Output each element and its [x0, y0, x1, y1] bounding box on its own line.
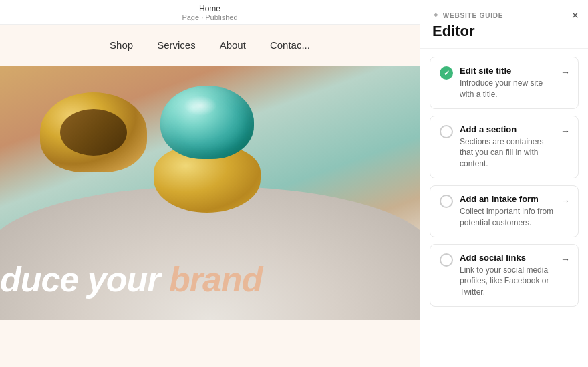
item-desc-add-section: Sections are containers that you can fil… — [460, 136, 554, 170]
arrow-edit-title: → — [561, 67, 570, 78]
item-title-add-section: Add a section — [460, 124, 554, 134]
hero-text-white: duce your — [0, 260, 169, 299]
editor-title: Editor — [432, 23, 576, 40]
uncompleted-icon-section — [440, 125, 453, 138]
guide-star-icon: ✦ — [432, 11, 440, 20]
page-title: Home — [0, 4, 420, 13]
item-content-intake-form: Add an intake form Collect important inf… — [460, 194, 554, 229]
item-desc-edit-title: Introduce your new site with a title. — [460, 78, 554, 100]
editor-panel: × ✦ WEBSITE GUIDE Editor ✓ Edit site tit… — [420, 0, 588, 367]
editor-item-edit-site-title[interactable]: ✓ Edit site title Introduce your new sit… — [430, 57, 579, 109]
close-button[interactable]: × — [571, 9, 579, 21]
preview-topbar: Home Page · Published — [0, 0, 420, 25]
editor-item-intake-form[interactable]: Add an intake form Collect important inf… — [430, 185, 579, 237]
nav-shop[interactable]: Shop — [110, 39, 133, 51]
item-desc-social-links: Link to your social media profiles, like… — [460, 265, 554, 298]
editor-item-social-links[interactable]: Add social links Link to your social med… — [430, 244, 579, 307]
item-title-social-links: Add social links — [460, 253, 554, 263]
preview-nav: Shop Services About Contac... — [0, 25, 420, 66]
website-preview: Home Page · Published Shop Services Abou… — [0, 0, 420, 367]
page-status: Page · Published — [0, 13, 420, 21]
hero-section: duce your brand — [0, 66, 420, 320]
gold-ring-left — [40, 92, 147, 186]
nav-about[interactable]: About — [220, 39, 246, 51]
editor-items-list: ✓ Edit site title Introduce your new sit… — [420, 49, 588, 315]
editor-item-add-section[interactable]: Add a section Sections are containers th… — [430, 116, 579, 178]
uncompleted-icon-social — [440, 253, 453, 267]
arrow-add-section: → — [561, 126, 570, 136]
hero-background: duce your brand — [0, 66, 420, 320]
nav-contact[interactable]: Contac... — [270, 39, 310, 51]
item-content-social-links: Add social links Link to your social med… — [460, 253, 554, 298]
arrow-intake-form: → — [561, 195, 570, 206]
item-desc-intake-form: Collect important info from potential cu… — [460, 206, 554, 229]
completed-icon: ✓ — [440, 66, 453, 80]
arrow-social-links: → — [561, 254, 570, 265]
panel-header: × ✦ WEBSITE GUIDE Editor — [420, 0, 588, 49]
hero-text-peach: brand — [169, 260, 262, 299]
hero-text: duce your brand — [0, 259, 262, 299]
item-title-intake-form: Add an intake form — [460, 194, 554, 204]
nav-services[interactable]: Services — [157, 39, 196, 51]
turquoise-ring-right — [140, 79, 274, 213]
guide-label: ✦ WEBSITE GUIDE — [432, 11, 576, 20]
guide-label-text: WEBSITE GUIDE — [443, 12, 503, 19]
item-title-edit-title: Edit site title — [460, 66, 554, 76]
item-content-edit-title: Edit site title Introduce your new site … — [460, 66, 554, 100]
item-content-add-section: Add a section Sections are containers th… — [460, 124, 554, 170]
uncompleted-icon-intake — [440, 195, 453, 208]
